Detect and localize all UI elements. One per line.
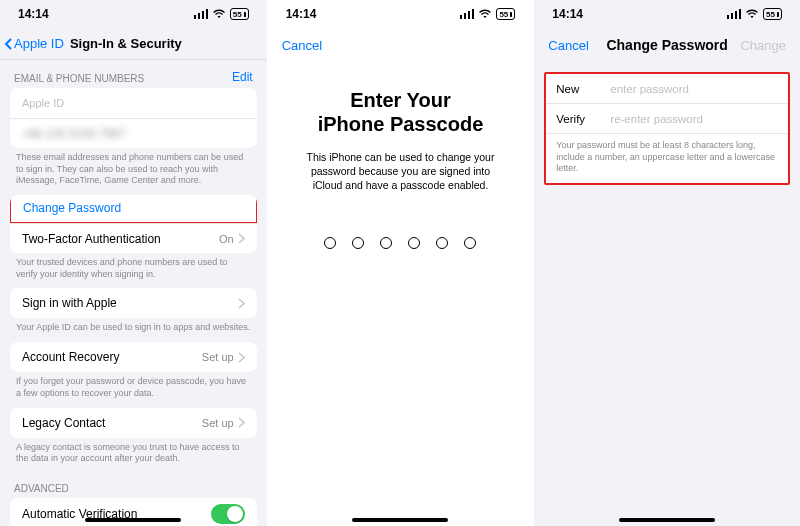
section-footer: Your Apple ID can be used to sign in to … [0,318,267,342]
screen-signin-security: 14:14 55 Apple ID Sign-In & Security EMA… [0,0,267,526]
card-recovery: Account Recovery Set up [10,342,257,372]
chevron-left-icon [4,37,14,51]
row-new-password[interactable]: New enter password [546,74,788,104]
row-label: +86 130 5153 7957 [22,127,126,141]
section-footer: These email addresses and phone numbers … [0,148,267,195]
field-label: New [556,83,610,95]
section-header-email-phone: EMAIL & PHONE NUMBERS Edit [0,60,267,88]
row-phone-number[interactable]: +86 130 5153 7957 [10,118,257,148]
password-form: New enter password Verify re-enter passw… [544,72,790,185]
passcode-title: Enter Your iPhone Passcode [268,88,534,136]
row-value: On [219,233,234,245]
screen-enter-passcode: 14:14 55 Cancel Enter Your iPhone Passco… [267,0,534,526]
row-legacy-contact[interactable]: Legacy Contact Set up [10,408,257,438]
passcode-dot [436,237,448,249]
row-label: Sign in with Apple [22,296,117,310]
svg-rect-8 [727,15,729,19]
status-bar: 14:14 55 [0,0,267,28]
status-bar: 14:14 55 [534,0,800,28]
back-label: Apple ID [14,36,64,51]
cancel-button[interactable]: Cancel [282,38,322,53]
svg-rect-4 [460,15,462,19]
form-area: New enter password Verify re-enter passw… [534,72,800,526]
section-footer: A legacy contact is someone you trust to… [0,438,267,473]
svg-rect-7 [472,9,474,19]
edit-button[interactable]: Edit [232,70,253,84]
section-header-label: EMAIL & PHONE NUMBERS [14,73,144,84]
row-apple-id[interactable]: Apple ID [10,88,257,118]
card-email-phone: Apple ID +86 130 5153 7957 [10,88,257,148]
wifi-icon [212,9,226,19]
nav-bar: Apple ID Sign-In & Security [0,28,267,60]
row-label: Legacy Contact [22,416,105,430]
home-indicator[interactable] [619,518,715,522]
section-header-label: ADVANCED [14,483,69,494]
passcode-dot [324,237,336,249]
passcode-dot [352,237,364,249]
home-indicator[interactable] [85,518,181,522]
chevron-right-icon [238,233,245,244]
row-label: Change Password [23,201,121,215]
status-time: 14:14 [286,7,317,21]
battery-icon: 55 [496,8,515,20]
field-label: Verify [556,113,610,125]
cellular-icon [460,9,474,19]
svg-rect-1 [198,13,200,19]
back-button[interactable]: Apple ID [4,36,64,51]
battery-icon: 55 [763,8,782,20]
chevron-right-icon [238,417,245,428]
row-account-recovery[interactable]: Account Recovery Set up [10,342,257,372]
password-requirements: Your password must be at least 8 charact… [546,134,788,183]
chevron-right-icon [238,352,245,363]
svg-rect-2 [202,11,204,19]
nav-bar: Cancel Change Password Change [534,28,800,62]
new-password-input[interactable]: enter password [610,83,689,95]
chevron-right-icon [238,298,245,309]
home-indicator[interactable] [352,518,448,522]
card-siwa: Sign in with Apple [10,288,257,318]
status-bar: 14:14 55 [268,0,534,28]
wifi-icon [478,9,492,19]
passcode-dots[interactable] [268,237,534,249]
nav-bar: Cancel [268,28,534,62]
svg-rect-0 [194,15,196,19]
cancel-button[interactable]: Cancel [548,38,604,53]
battery-icon: 55 [230,8,249,20]
page-title: Sign-In & Security [70,36,182,51]
row-label: Two-Factor Authentication [22,232,161,246]
row-verify-password[interactable]: Verify re-enter password [546,104,788,134]
svg-rect-9 [731,13,733,19]
change-button[interactable]: Change [730,38,786,53]
status-time: 14:14 [18,7,49,21]
card-password-2fa: Change Password Two-Factor Authenticatio… [10,195,257,253]
toggle-on[interactable] [211,504,245,524]
passcode-dot [408,237,420,249]
verify-password-input[interactable]: re-enter password [610,113,703,125]
section-footer: Your trusted devices and phone numbers a… [0,253,267,288]
screen-change-password: 14:14 55 Cancel Change Password Change N… [533,0,800,526]
card-legacy: Legacy Contact Set up [10,408,257,438]
passcode-description: This iPhone can be used to change your p… [268,150,534,193]
status-time: 14:14 [552,7,583,21]
svg-rect-10 [735,11,737,19]
row-label: Apple ID [22,97,64,109]
svg-rect-3 [206,9,208,19]
wifi-icon [745,9,759,19]
row-label: Account Recovery [22,350,119,364]
cellular-icon [194,9,208,19]
row-value: Set up [202,351,234,363]
row-two-factor[interactable]: Two-Factor Authentication On [10,223,257,253]
row-value: Set up [202,417,234,429]
row-sign-in-with-apple[interactable]: Sign in with Apple [10,288,257,318]
svg-rect-6 [468,11,470,19]
passcode-dot [380,237,392,249]
row-change-password[interactable]: Change Password [10,195,257,224]
passcode-dot [464,237,476,249]
settings-scroll[interactable]: EMAIL & PHONE NUMBERS Edit Apple ID +86 … [0,60,267,526]
svg-rect-11 [739,9,741,19]
cellular-icon [727,9,741,19]
section-header-advanced: ADVANCED [0,473,267,498]
section-footer: If you forget your password or device pa… [0,372,267,407]
svg-rect-5 [464,13,466,19]
page-title: Change Password [604,37,730,53]
